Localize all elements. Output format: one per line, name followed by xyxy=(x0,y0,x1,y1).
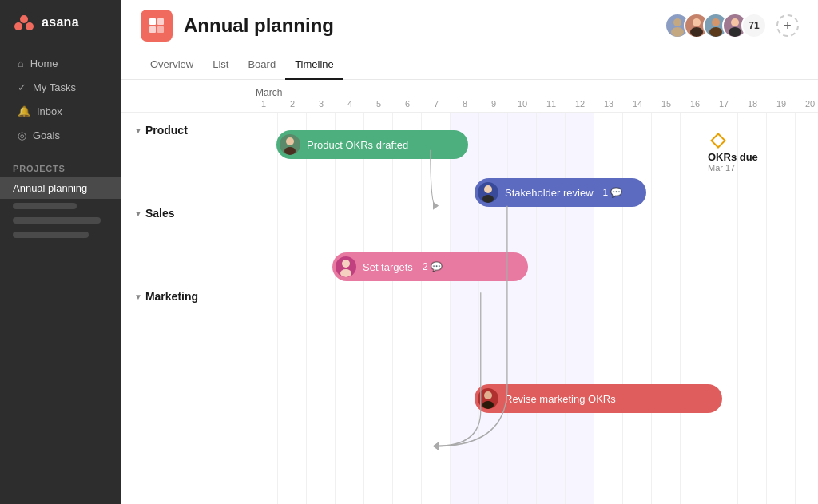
day-cell-16: 16 xyxy=(681,99,709,109)
group-label-marketing[interactable]: ▼ Marketing xyxy=(121,279,249,314)
sidebar-nav: ⌂ Home ✓ My Tasks 🔔 Inbox ◎ Goals xyxy=(0,45,121,154)
sidebar-item-goals-label: Goals xyxy=(33,129,60,141)
timeline-col-3 xyxy=(307,113,336,504)
timeline-col-6 xyxy=(393,113,422,504)
task-avatar-3 xyxy=(336,256,356,277)
timeline-col-8 xyxy=(451,113,479,504)
svg-rect-5 xyxy=(149,26,156,33)
svg-point-20 xyxy=(340,269,351,277)
target-icon: ◎ xyxy=(18,129,26,141)
header-right: 71 + xyxy=(665,13,799,38)
skeleton-bar-3 xyxy=(13,232,89,238)
timeline-col-13 xyxy=(594,113,623,504)
task-bar-stakeholder[interactable]: Stakeholder review 1 💬 xyxy=(475,178,646,207)
day-cell-1: 1 xyxy=(249,99,278,109)
avatar-stack: 71 xyxy=(665,13,767,38)
day-cell-10: 10 xyxy=(508,99,537,109)
timeline-col-7 xyxy=(422,113,451,504)
svg-point-12 xyxy=(709,27,722,37)
view-tabs: Overview List Board Timeline xyxy=(121,50,818,80)
svg-point-15 xyxy=(286,137,294,145)
milestone-date: Mar 17 xyxy=(708,163,735,173)
task-label-1: Product OKRs drafted xyxy=(307,139,408,151)
task-bar-revise-marketing[interactable]: Revise marketing OKRs xyxy=(475,384,722,413)
timeline-col-16 xyxy=(681,113,709,504)
svg-point-14 xyxy=(729,27,741,37)
svg-point-2 xyxy=(26,22,34,30)
svg-point-1 xyxy=(14,22,22,30)
product-spacer xyxy=(121,148,249,196)
svg-point-18 xyxy=(482,195,494,203)
sidebar-project-label: Annual planning xyxy=(13,182,87,194)
task-avatar-4 xyxy=(478,388,498,409)
timeline-col-5 xyxy=(364,113,393,504)
timeline-body: ▼ Product ▼ Sales ▼ Marketing xyxy=(121,113,818,504)
timeline-col-19 xyxy=(767,113,796,504)
sidebar-item-goals[interactable]: ◎ Goals xyxy=(5,124,117,147)
sidebar-item-my-tasks[interactable]: ✓ My Tasks xyxy=(5,76,117,99)
timeline-days-row: 123456789101112131415161718192021 xyxy=(121,99,818,113)
task-bar-set-targets[interactable]: Set targets 2 💬 xyxy=(332,252,528,281)
sidebar-item-home[interactable]: ⌂ Home xyxy=(5,52,117,75)
svg-point-0 xyxy=(20,15,28,23)
project-icon xyxy=(141,10,173,42)
day-cell-6: 6 xyxy=(393,99,422,109)
svg-point-13 xyxy=(731,18,739,26)
timeline-group-labels: ▼ Product ▼ Sales ▼ Marketing xyxy=(121,113,249,504)
day-cell-14: 14 xyxy=(623,99,652,109)
header-left: Annual planning xyxy=(141,10,334,42)
group-label-sales[interactable]: ▼ Sales xyxy=(121,196,249,231)
svg-rect-4 xyxy=(157,18,164,25)
tab-timeline[interactable]: Timeline xyxy=(285,50,343,80)
day-cell-18: 18 xyxy=(738,99,767,109)
day-cell-4: 4 xyxy=(336,99,364,109)
timeline-col-9 xyxy=(479,113,508,504)
timeline-col-15 xyxy=(652,113,681,504)
timeline-col-12 xyxy=(566,113,594,504)
asana-logo-icon xyxy=(13,11,35,34)
sidebar-project-annual-planning[interactable]: Annual planning xyxy=(0,177,121,199)
add-member-button[interactable]: + xyxy=(776,14,799,37)
day-cell-13: 13 xyxy=(594,99,623,109)
timeline-col-4 xyxy=(336,113,364,504)
day-cell-3: 3 xyxy=(307,99,336,109)
day-cell-12: 12 xyxy=(566,99,594,109)
check-icon: ✓ xyxy=(18,81,26,93)
day-cell-17: 17 xyxy=(709,99,738,109)
group-label-product[interactable]: ▼ Product xyxy=(121,113,249,148)
svg-point-22 xyxy=(482,401,494,409)
timeline-container: March 123456789101112131415161718192021 … xyxy=(121,80,818,504)
milestone-label: OKRs due xyxy=(708,151,758,163)
page-title: Annual planning xyxy=(184,14,334,37)
milestone-okrs-due[interactable]: OKRs due Mar 17 xyxy=(708,135,758,173)
svg-point-8 xyxy=(671,27,684,37)
app-logo: asana xyxy=(0,0,121,45)
svg-point-7 xyxy=(673,18,681,26)
projects-section-label: Projects xyxy=(0,154,121,177)
project-icon-svg xyxy=(148,17,165,34)
task-bar-product-okrs[interactable]: Product OKRs drafted xyxy=(276,130,468,159)
day-cell-2: 2 xyxy=(278,99,307,109)
timeline-col-2 xyxy=(278,113,307,504)
svg-point-9 xyxy=(693,18,701,26)
task-avatar-2 xyxy=(478,182,498,203)
tab-board[interactable]: Board xyxy=(238,50,285,80)
tab-overview[interactable]: Overview xyxy=(141,50,203,80)
chevron-down-icon-2: ▼ xyxy=(134,209,142,218)
sidebar-item-my-tasks-label: My Tasks xyxy=(33,81,76,93)
sidebar-item-inbox[interactable]: 🔔 Inbox xyxy=(5,100,117,123)
bell-icon: 🔔 xyxy=(18,105,30,117)
member-count: 71 xyxy=(741,13,767,38)
day-cell-19: 19 xyxy=(767,99,796,109)
timeline-month-header: March xyxy=(121,80,818,99)
svg-point-19 xyxy=(342,260,350,268)
task-label-3: Set targets xyxy=(363,261,413,273)
asana-logo-text: asana xyxy=(42,15,79,30)
task-comment-3: 2 💬 xyxy=(423,261,443,272)
home-icon: ⌂ xyxy=(18,58,24,69)
sales-spacer xyxy=(121,231,249,279)
day-cell-15: 15 xyxy=(652,99,681,109)
tab-list[interactable]: List xyxy=(203,50,238,80)
svg-point-21 xyxy=(484,391,492,399)
svg-point-11 xyxy=(712,18,720,26)
